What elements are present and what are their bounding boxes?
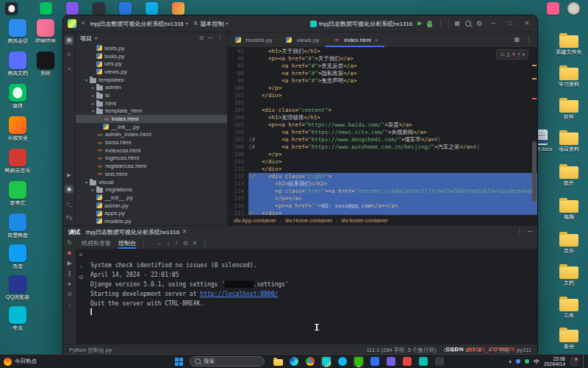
desktop-folder[interactable]: 学习资料 — [554, 65, 584, 88]
tree-item[interactable]: ▾template_html — [76, 107, 227, 116]
code-line[interactable]: 106 <a href="https://news.cctv.com/">央视新… — [228, 129, 537, 136]
start-button[interactable] — [172, 356, 185, 367]
breadcrumb-item[interactable]: div.footer-container — [341, 217, 388, 224]
tree-item[interactable]: models.py — [76, 217, 227, 225]
run-to-cursor-icon[interactable]: ⊙ — [183, 241, 188, 247]
code-line[interactable]: 96 <p><a href="#">关于我们</a> — [228, 55, 537, 63]
terminal-icon[interactable]: >_ — [65, 199, 74, 208]
python-console-icon[interactable]: Py — [65, 213, 74, 222]
code-line[interactable]: 101 </div> — [228, 92, 537, 99]
split-editor-icon[interactable] — [514, 37, 520, 43]
chrome-icon[interactable] — [304, 355, 316, 367]
close-session-icon[interactable] — [182, 228, 187, 236]
desktop-shortcut[interactable]: 腾讯会议 — [3, 19, 32, 44]
console-output[interactable]: System check identified no issues (0 sil… — [86, 249, 537, 344]
main-menu-icon[interactable] — [82, 21, 85, 26]
code-line[interactable]: 117#) </div> — [228, 210, 537, 215]
maximize-button[interactable] — [504, 21, 516, 26]
code-line[interactable]: 105 <p><a href="https://www.baidu.com/">… — [228, 121, 537, 129]
edge-icon[interactable] — [288, 355, 300, 367]
tree-item[interactable]: ▸html — [76, 99, 227, 107]
desktop-shortcut[interactable]: 网易云音乐 — [3, 149, 32, 174]
tree-item[interactable]: apps.py — [76, 209, 227, 217]
step-out-icon[interactable]: ↑ — [175, 241, 178, 247]
debug-tab[interactable]: 控制台 — [118, 238, 136, 249]
desktop-shortcut[interactable]: 腾讯文档 — [3, 52, 32, 77]
tree-item[interactable]: ▾templates — [76, 76, 227, 84]
desktop-shortcut[interactable]: 夸克 — [3, 306, 32, 331]
editor-tab[interactable]: views.py — [279, 32, 326, 47]
tree-item[interactable]: registercss.html — [76, 162, 227, 170]
code-line[interactable]: 108(# <a href="https://www.autohome.com.… — [228, 144, 537, 151]
pause-icon[interactable]: ∥ — [68, 271, 71, 277]
code-line[interactable]: 114 <p class="href"><a href="tencent://A… — [228, 188, 537, 195]
app-icon[interactable] — [385, 355, 397, 367]
project-icon[interactable]: ▤ — [65, 36, 74, 45]
editor-tab[interactable]: models.py — [228, 32, 279, 47]
code-line[interactable]: 100 </p> — [228, 85, 537, 92]
locate-file-icon[interactable] — [199, 35, 204, 41]
explorer-icon[interactable] — [272, 355, 284, 367]
desktop-shortcut[interactable]: 哔哩哔哩 — [31, 19, 60, 44]
tray-app-icon[interactable] — [516, 359, 520, 364]
tree-item[interactable]: logincss.html — [76, 155, 227, 163]
qq-icon[interactable] — [5, 2, 18, 15]
app-icon[interactable] — [417, 355, 429, 367]
desktop-folder[interactable]: 新建文件夹 — [554, 32, 584, 55]
desktop-folder[interactable]: 软件 — [554, 97, 584, 120]
inspection-widget[interactable]: 2 7 — [496, 49, 528, 60]
desktop-shortcut[interactable]: 爱奇艺 — [3, 181, 32, 206]
status-item[interactable]: 111:1 (284 字符, 5 个换行符) — [367, 347, 437, 354]
notification-icon[interactable] — [570, 357, 578, 366]
code-line[interactable]: 107(# <a href="https://www.dongchedi.com… — [228, 136, 537, 144]
more-actions-icon[interactable] — [437, 21, 443, 26]
app-icon[interactable] — [547, 2, 559, 15]
desktop-shortcut[interactable]: 迅雷 — [3, 244, 32, 269]
qq-icon[interactable] — [337, 355, 348, 367]
app-icon[interactable] — [434, 355, 445, 367]
status-item[interactable]: py311 — [517, 347, 531, 354]
code-line[interactable]: 109 </p> — [228, 151, 537, 158]
tree-item[interactable]: __init__.py — [76, 123, 227, 131]
code-line[interactable]: 111 </div> — [228, 166, 537, 173]
search-icon[interactable] — [465, 21, 471, 26]
input-language[interactable]: 中 — [534, 358, 539, 366]
panel-options-icon[interactable] — [516, 229, 522, 235]
settings-gear-icon[interactable] — [476, 21, 482, 27]
tray-expand-icon[interactable] — [509, 358, 512, 364]
desktop-folder[interactable]: 图片 — [554, 163, 584, 186]
more-icon[interactable]: ⋮ — [201, 241, 207, 247]
rerun-icon[interactable]: ↻ — [67, 240, 72, 246]
debug-button[interactable] — [427, 21, 432, 27]
view-options-icon[interactable]: ≡ — [193, 241, 197, 247]
desktop-folder[interactable]: 备份 — [554, 327, 584, 350]
app-icon[interactable] — [66, 2, 79, 15]
console-link[interactable]: http://localhost:8000/ — [200, 291, 278, 297]
desktop-shortcut[interactable]: 百度网盘 — [3, 213, 32, 238]
code-line[interactable]: 95 <h1>关于我们</h1> — [228, 48, 537, 55]
desktop-folder[interactable]: 音乐 — [554, 231, 584, 254]
collapse-all-icon[interactable] — [208, 35, 212, 41]
code-line[interactable]: 99 <a href="#">免责声明</a> — [228, 77, 537, 85]
breakpoints-icon[interactable]: ● — [68, 281, 71, 287]
minimize-button[interactable] — [487, 21, 499, 26]
app-icon[interactable] — [93, 2, 105, 15]
pycharm-icon[interactable] — [320, 355, 332, 367]
show-desktop-button[interactable] — [583, 355, 585, 368]
debug-tab[interactable]: 线程和变量 — [82, 238, 111, 249]
tree-item[interactable]: admin_index.html — [76, 131, 227, 139]
tree-item[interactable]: views.py — [76, 68, 227, 76]
layout-icon[interactable] — [454, 21, 460, 26]
code-line[interactable]: 113 <h2>联系我们</h2> — [228, 180, 537, 188]
structure-icon[interactable]: ≡ — [65, 64, 74, 73]
close-tab-icon[interactable]: × — [375, 37, 379, 43]
tree-item[interactable]: bicss.html — [76, 138, 227, 146]
tree-item[interactable]: tools.py — [76, 52, 227, 60]
code-line[interactable]: 97 <a href="#">意见反馈</a> — [228, 63, 537, 70]
desktop-folder[interactable]: 项目资料 — [554, 130, 584, 152]
code-line[interactable]: 110 </div> — [228, 158, 537, 166]
wechat-icon[interactable] — [40, 2, 52, 15]
app-icon[interactable] — [119, 2, 132, 15]
run-icon[interactable]: ▶ — [65, 171, 74, 180]
chevron-down-icon[interactable] — [95, 35, 97, 41]
